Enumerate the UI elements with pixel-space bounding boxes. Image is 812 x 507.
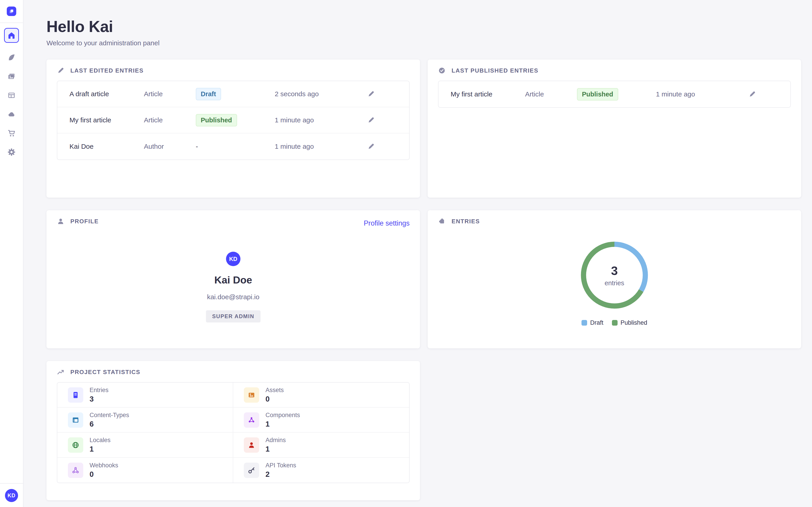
stat-locales: Locales 1 <box>57 433 233 458</box>
table-row[interactable]: My first article Article Published 1 min… <box>439 81 790 107</box>
edit-entry-button[interactable] <box>367 142 376 151</box>
entries-count-label: entries <box>605 279 624 287</box>
profile-avatar: KD <box>226 252 241 266</box>
entry-time: 1 minute ago <box>275 143 367 150</box>
person-icon <box>247 441 256 449</box>
role-badge: SUPER ADMIN <box>206 310 261 323</box>
key-icon <box>247 466 256 474</box>
sidebar-item-deploy[interactable] <box>7 110 16 118</box>
user-avatar[interactable]: KD <box>5 489 18 502</box>
stat-entries: Entries 3 <box>57 383 233 408</box>
main-content: Hello Kai Welcome to your administration… <box>24 0 812 500</box>
sidebar-footer: KD <box>0 483 23 507</box>
card-title: LAST PUBLISHED ENTRIES <box>452 67 539 74</box>
project-statistics-card: PROJECT STATISTICS Entries 3 <box>46 361 420 500</box>
trending-up-icon <box>57 368 64 376</box>
last-edited-entries-card: LAST EDITED ENTRIES A draft article Arti… <box>46 59 420 198</box>
profile-settings-link[interactable]: Profile settings <box>364 219 410 227</box>
picture-icon <box>247 391 256 399</box>
card-title: ENTRIES <box>452 218 480 225</box>
user-icon <box>57 217 64 225</box>
entry-name: Kai Doe <box>69 143 144 150</box>
sidebar-item-settings[interactable] <box>7 148 16 156</box>
feather-icon <box>7 53 15 61</box>
profile-card: PROFILE Profile settings KD Kai Doe kai.… <box>46 210 420 348</box>
stat-api-tokens: API Tokens 2 <box>233 458 409 483</box>
status-badge: Draft <box>196 88 221 100</box>
entries-donut-chart: 3 entries <box>580 241 648 309</box>
entry-type: Article <box>144 90 196 98</box>
pencil-icon <box>367 116 375 124</box>
page-title: Hello Kai <box>46 17 801 36</box>
card-title: LAST EDITED ENTRIES <box>70 67 144 74</box>
sidebar-item-home[interactable] <box>4 28 19 43</box>
window-layout-icon <box>71 416 80 424</box>
legend-item-published: Published <box>612 319 647 326</box>
entry-name: My first article <box>451 90 525 98</box>
edit-entry-button[interactable] <box>367 90 376 99</box>
last-published-table: My first article Article Published 1 min… <box>438 81 791 108</box>
cloud-icon <box>7 110 15 118</box>
cart-icon <box>7 129 15 137</box>
last-published-entries-card: LAST PUBLISHED ENTRIES My first article … <box>428 59 801 198</box>
globe-icon <box>71 441 80 449</box>
table-row[interactable]: A draft article Article Draft 2 seconds … <box>57 81 409 107</box>
sidebar: KD <box>0 0 23 507</box>
table-row[interactable]: My first article Article Published 1 min… <box>57 107 409 133</box>
sidebar-item-content-manager[interactable] <box>7 53 16 62</box>
draft-swatch <box>581 320 587 326</box>
entries-count: 3 <box>611 264 618 278</box>
stat-content-types: Content-Types 6 <box>57 408 233 433</box>
dashboard-grid: LAST EDITED ENTRIES A draft article Arti… <box>46 59 801 500</box>
entry-type: Article <box>525 90 577 98</box>
logo-container <box>0 0 23 23</box>
layout-icon <box>7 91 15 99</box>
stat-admins: Admins 1 <box>233 433 409 458</box>
sidebar-item-marketplace[interactable] <box>7 129 16 137</box>
last-edited-table: A draft article Article Draft 2 seconds … <box>57 81 410 160</box>
pencil-icon <box>748 90 756 98</box>
entries-stack-icon <box>71 391 80 399</box>
edit-entry-button[interactable] <box>748 90 757 99</box>
status-badge: - <box>196 143 198 150</box>
entry-name: My first article <box>69 116 144 124</box>
molecule-icon <box>247 416 256 424</box>
status-badge: Published <box>196 114 237 126</box>
page-subtitle: Welcome to your administration panel <box>46 39 801 47</box>
chart-legend: Draft Published <box>581 319 647 326</box>
pictures-icon <box>7 72 15 80</box>
profile-name: Kai Doe <box>214 274 252 286</box>
stat-webhooks: Webhooks 0 <box>57 458 233 483</box>
pencil-icon <box>367 90 375 98</box>
card-title: PROJECT STATISTICS <box>70 369 140 376</box>
entry-name: A draft article <box>69 90 144 98</box>
stat-assets: Assets 0 <box>233 383 409 408</box>
home-icon <box>7 31 15 40</box>
webhook-network-icon <box>71 466 80 474</box>
pencil-icon <box>367 143 375 150</box>
table-row[interactable]: Kai Doe Author - 1 minute ago <box>57 133 409 160</box>
published-swatch <box>612 320 618 326</box>
entry-time: 1 minute ago <box>275 116 367 124</box>
entries-chart-card: ENTRIES 3 entries <box>428 210 801 348</box>
stat-components: Components 1 <box>233 408 409 433</box>
sidebar-item-media-library[interactable] <box>7 72 16 81</box>
stats-grid: Entries 3 Assets 0 <box>57 382 410 483</box>
sidebar-item-content-type-builder[interactable] <box>7 91 16 100</box>
card-title: PROFILE <box>70 218 99 225</box>
entry-type: Article <box>144 116 196 124</box>
puzzle-icon <box>438 217 446 225</box>
legend-item-draft: Draft <box>581 319 603 326</box>
edit-entry-button[interactable] <box>367 116 376 125</box>
gear-icon <box>7 148 15 156</box>
check-circle-icon <box>438 67 446 74</box>
profile-email: kai.doe@strapi.io <box>207 293 259 301</box>
entry-type: Author <box>144 143 196 150</box>
strapi-logo-icon[interactable] <box>7 6 16 16</box>
sidebar-nav <box>4 28 19 156</box>
entry-time: 2 seconds ago <box>275 90 367 98</box>
pencil-icon <box>57 67 64 74</box>
status-badge: Published <box>577 88 618 101</box>
entry-time: 1 minute ago <box>656 90 748 98</box>
